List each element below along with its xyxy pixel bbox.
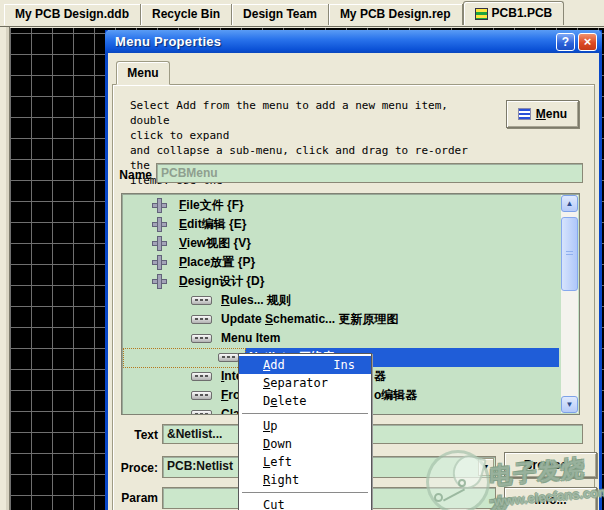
instruction-line: Select Add from the menu to add a new me… — [130, 98, 490, 128]
menu-separator — [242, 413, 368, 414]
scroll-thumb[interactable] — [561, 217, 578, 291]
text-label: Text — [108, 428, 158, 442]
screen: My PCB Design.ddbRecycle BinDesign TeamM… — [0, 0, 604, 510]
tree-scrollbar[interactable]: ▲ ▼ — [561, 195, 578, 413]
tree-item[interactable]: Menu Item — [123, 329, 563, 348]
context-menu-item[interactable]: Delete — [239, 392, 371, 410]
tree-item[interactable]: Edit编辑 {E} — [123, 215, 563, 234]
context-menu-item[interactable]: Cut — [239, 496, 371, 510]
tab-label: My PCB Design.ddb — [15, 7, 129, 21]
context-menu-item[interactable]: Left — [239, 453, 371, 471]
tab-label: Recycle Bin — [152, 7, 220, 21]
process-value: PCB:Netlist — [167, 459, 233, 473]
context-menu-item[interactable]: Right — [239, 471, 371, 489]
menu-separator — [242, 492, 368, 493]
name-label: Name — [112, 168, 152, 182]
menu-list-icon — [518, 108, 531, 120]
context-menu-item[interactable]: Up — [239, 417, 371, 435]
chevron-down-icon[interactable]: ▼ — [478, 458, 494, 476]
dialog-title: Menu Properties — [115, 34, 553, 49]
scroll-up-icon[interactable]: ▲ — [561, 195, 578, 212]
tree-item-label: File文件 {F} — [123, 196, 563, 215]
instruction-line: click to expand — [130, 128, 490, 143]
document-tab[interactable]: Design Team — [232, 4, 329, 25]
tree-item[interactable]: Update Schematic... 更新原理图 — [123, 310, 563, 329]
context-menu-item[interactable]: Down — [239, 435, 371, 453]
name-field[interactable]: PCBMenu — [156, 163, 583, 183]
tree-item-label: Rules... 规则 — [123, 291, 563, 310]
browse-button[interactable]: Browse... — [504, 452, 597, 478]
tab-label: My PCB Design.rep — [340, 7, 451, 21]
window-edge — [0, 27, 10, 510]
tree-item-label: Menu Item — [123, 329, 563, 348]
tree-item-label: Update Schematic... 更新原理图 — [123, 310, 563, 329]
close-icon[interactable]: × — [578, 33, 597, 51]
document-tab-bar: My PCB Design.ddbRecycle BinDesign TeamM… — [0, 0, 604, 27]
tab-label: PCB1.PCB — [492, 2, 553, 25]
tree-item-label: Edit编辑 {E} — [123, 215, 563, 234]
tree-item[interactable]: View视图 {V} — [123, 234, 563, 253]
tree-item-label: Place放置 {P} — [123, 253, 563, 272]
tab-menu[interactable]: Menu — [116, 61, 170, 85]
scroll-down-icon[interactable]: ▼ — [561, 396, 578, 413]
menu-button-label: Menu — [536, 107, 567, 121]
tree-item-label: View视图 {V} — [123, 234, 563, 253]
context-menu-item[interactable]: AddIns — [239, 356, 371, 374]
pcb-file-icon — [475, 8, 488, 20]
tree-item[interactable]: Place放置 {P} — [123, 253, 563, 272]
context-menu-item[interactable]: Separator — [239, 374, 371, 392]
process-label: Proce: — [108, 461, 158, 475]
param-label: Param — [108, 491, 158, 505]
tree-item-label-fragment: o编辑器 — [374, 386, 417, 405]
text-field[interactable]: &Netlist... — [162, 424, 583, 444]
document-tab[interactable]: My PCB Design.rep — [329, 4, 463, 25]
tree-item[interactable]: Design设计 {D} — [123, 272, 563, 291]
tree-item[interactable]: File文件 {F} — [123, 196, 563, 215]
menu-button[interactable]: Menu — [506, 100, 579, 128]
info-button[interactable]: Info... — [504, 487, 597, 510]
document-tab[interactable]: My PCB Design.ddb — [4, 4, 141, 25]
tree-item-label: Design设计 {D} — [123, 272, 563, 291]
tree-item-label-fragment: 器 — [374, 367, 386, 386]
context-menu: AddInsSeparatorDeleteUpDownLeftRightCut — [238, 353, 372, 510]
menu-shortcut: Ins — [333, 356, 355, 374]
tab-label: Design Team — [243, 7, 317, 21]
dialog-titlebar[interactable]: Menu Properties ? × — [105, 30, 602, 53]
document-tab[interactable]: PCB1.PCB — [463, 1, 565, 25]
tree-item[interactable]: Rules... 规则 — [123, 291, 563, 310]
help-button[interactable]: ? — [556, 33, 575, 51]
document-tab[interactable]: Recycle Bin — [141, 4, 232, 25]
